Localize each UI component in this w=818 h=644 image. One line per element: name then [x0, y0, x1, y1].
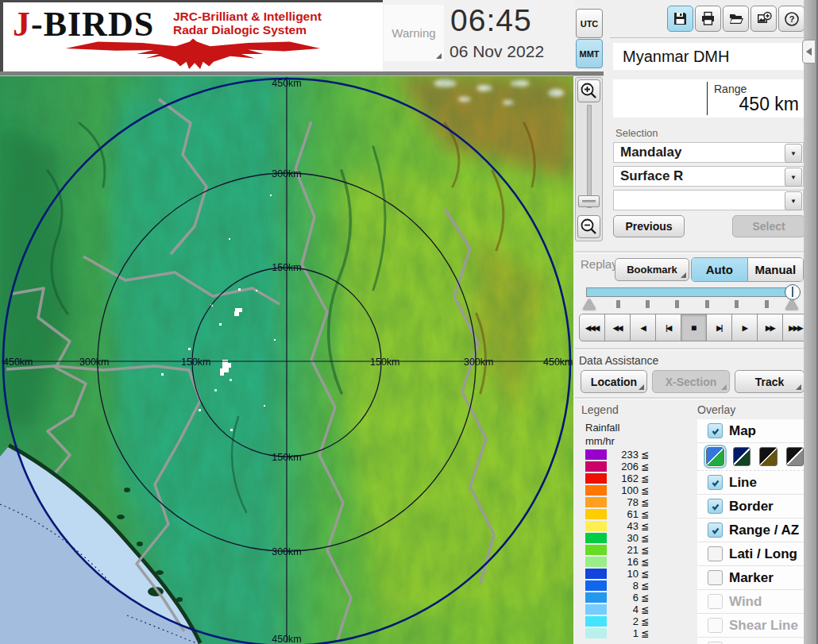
location-button[interactable]: Location [581, 370, 647, 393]
checkbox[interactable] [708, 523, 723, 538]
range-value: 450 km [739, 94, 799, 115]
open-folder-icon [728, 11, 744, 26]
zoom-in-button[interactable] [577, 79, 600, 102]
radar-site-dropdown[interactable]: Mandalay ▼ [613, 142, 804, 163]
previous-button[interactable]: Previous [613, 215, 685, 237]
manual-button[interactable]: Manual [748, 258, 804, 281]
timeline-handle[interactable] [785, 284, 801, 300]
stop-button[interactable]: ■ [681, 314, 707, 341]
bookmark-label: Bookmark [627, 264, 677, 276]
warning-button[interactable]: Warning [384, 5, 444, 61]
timeline-tick [765, 300, 769, 308]
radar-map[interactable]: 450km300km150km150km300km450km450km300km… [0, 75, 573, 644]
toolbar-divider [610, 37, 805, 38]
select-button[interactable]: Select [732, 215, 805, 237]
bookmark-button[interactable]: Bookmark [615, 258, 689, 281]
mmt-button[interactable]: MMT [576, 39, 603, 68]
checkbox[interactable] [708, 499, 723, 514]
utc-button[interactable]: UTC [576, 9, 603, 38]
rewind-fastest-button[interactable]: ◀◀◀ [579, 314, 605, 341]
radar-site-value: Mandalay [620, 145, 681, 160]
step-first-button[interactable]: |◀ [655, 314, 681, 341]
overlay-item-label: Shear Line [729, 618, 798, 634]
checkbox[interactable] [708, 423, 723, 438]
checkbox[interactable] [708, 475, 723, 490]
legend-color-swatch [585, 485, 607, 496]
overlay-item-marker[interactable]: Marker [697, 566, 804, 590]
legend-operator: ≦ [641, 604, 649, 615]
timeline-tick [705, 300, 709, 308]
panel-collapse-tab[interactable] [802, 40, 816, 64]
step-last-button[interactable]: ▶| [706, 314, 732, 341]
track-button[interactable]: Track [735, 370, 804, 393]
legend-row: 10≦ [585, 568, 649, 580]
legend-value: 1 [607, 627, 639, 639]
ring-distance-label: 450km [3, 357, 33, 368]
legend-color-swatch [585, 461, 607, 472]
help-button[interactable]: ? [778, 6, 804, 32]
x-section-button[interactable]: X-Section [652, 370, 730, 393]
product-dropdown[interactable]: Surface R ▼ [613, 166, 804, 187]
ring-distance-label: 150km [272, 262, 302, 273]
zoom-out-button[interactable] [577, 215, 600, 238]
save-button[interactable] [667, 6, 693, 32]
timeline-end-marker[interactable] [785, 299, 798, 310]
print-button[interactable] [695, 6, 721, 32]
auto-button[interactable]: Auto [692, 258, 747, 281]
dropdown-arrow-icon[interactable]: ▼ [785, 168, 802, 187]
terrain-gray-swatch[interactable] [786, 447, 804, 466]
help-icon: ? [784, 11, 800, 27]
data-assistance-label: Data Assistance [579, 354, 658, 367]
terrain-olive-swatch[interactable] [759, 447, 777, 466]
legend-operator: ≦ [641, 580, 649, 592]
overlay-item-label: Map [729, 423, 756, 439]
overlay-item-line[interactable]: Line [697, 471, 804, 495]
overlay-item-label: Wind [729, 594, 762, 610]
brand-tagline: JRC-Brilliant & Intelligent Radar Dialog… [173, 10, 322, 37]
play-button[interactable]: ▶ [731, 314, 758, 341]
dropdown-arrow-icon[interactable]: ▼ [785, 191, 802, 210]
zoom-out-icon [580, 218, 598, 236]
panel-edge-strip [804, 0, 816, 644]
extra-dropdown[interactable]: ▼ [613, 190, 804, 210]
legend-value: 233 [607, 449, 639, 461]
menu-corner-icon [436, 53, 442, 59]
overlay-item-label: Marker [729, 570, 774, 586]
ring-distance-label: 450km [272, 634, 302, 644]
checkbox[interactable] [708, 570, 723, 585]
legend-value: 206 [607, 461, 639, 472]
replay-timeline [585, 283, 804, 314]
terrain-dark-swatch[interactable] [733, 447, 751, 466]
timeline-tick [735, 300, 739, 308]
zoom-slider-track[interactable] [587, 105, 592, 208]
ring-distance-label: 450km [272, 78, 302, 89]
clock-date: 06 Nov 2022 [450, 42, 575, 61]
timeline-track[interactable] [586, 287, 796, 297]
timeline-tick [675, 300, 679, 308]
legend-label: Legend [581, 403, 619, 416]
overlay-item-lati-long[interactable]: Lati / Long [697, 542, 804, 566]
legend-value: 4 [607, 604, 639, 615]
dropdown-arrow-icon[interactable]: ▼ [785, 144, 802, 163]
play-reverse-button[interactable]: ◀ [630, 314, 656, 341]
legend-unit-line1: Rainfall [585, 422, 619, 434]
open-folder-button[interactable] [723, 6, 749, 32]
rewind-fast-button[interactable]: ◀◀ [604, 314, 631, 341]
checkbox[interactable] [708, 546, 723, 561]
range-box: Range 450 km [613, 79, 804, 118]
terrain-color-swatch[interactable] [706, 447, 724, 466]
add-image-button[interactable] [750, 6, 777, 32]
zoom-slider-handle[interactable] [578, 195, 600, 207]
legend-operator: ≦ [641, 473, 649, 484]
overlay-item-border[interactable]: Border [697, 495, 804, 519]
legend-value: 21 [607, 544, 639, 556]
overlay-item-map[interactable]: Map [697, 419, 804, 443]
legend-color-swatch [585, 604, 607, 615]
legend-color-swatch [585, 509, 607, 519]
overlay-item-range-az[interactable]: Range / AZ [697, 519, 804, 542]
forward-fast-button[interactable]: ▶▶ [757, 314, 783, 341]
section-divider [575, 397, 804, 399]
legend-color-swatch [585, 449, 607, 460]
legend-row: 100≦ [585, 484, 649, 496]
timeline-start-marker[interactable] [583, 299, 596, 310]
